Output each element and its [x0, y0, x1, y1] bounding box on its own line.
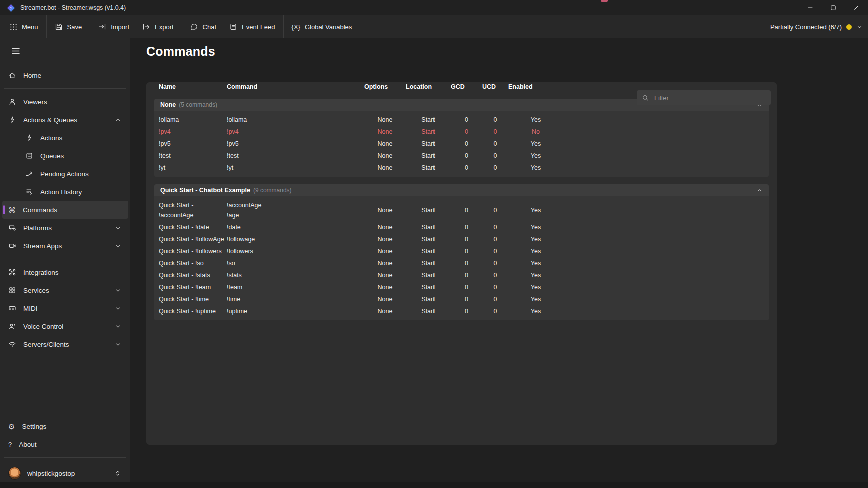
- group-count: (9 commands): [253, 187, 292, 194]
- command-row-quick-start-followers[interactable]: Quick Start - !followers!followersNoneSt…: [154, 245, 769, 257]
- actions-queues-icon: [8, 116, 16, 124]
- cell-command: !time: [227, 294, 364, 304]
- toolbar-button-event-feed[interactable]: Event Feed: [223, 15, 282, 38]
- cell-command: !test: [227, 151, 364, 161]
- sidebar-item-platforms[interactable]: Platforms: [2, 219, 128, 237]
- command-row-pv4[interactable]: !pv4!pv4NoneStart00No: [154, 126, 769, 138]
- cell-command: !pv4: [227, 127, 364, 137]
- filter-input[interactable]: [653, 94, 766, 102]
- save-icon: [55, 23, 63, 31]
- toolbar: MenuSaveImportExportChatEvent Feed{X}Glo…: [0, 15, 868, 38]
- sidebar-item-label: Pending Actions: [40, 170, 89, 178]
- cell-name: Quick Start - !followAge: [159, 234, 227, 244]
- close-button[interactable]: [845, 0, 868, 15]
- sidebar-item-midi[interactable]: MIDI: [2, 299, 128, 317]
- cell-enabled: Yes: [508, 234, 563, 244]
- sidebar-item-about[interactable]: ?About: [2, 435, 128, 453]
- commands-icon: ⌘: [8, 206, 16, 214]
- command-group-none: None(5 commands)!ollama!ollamaNoneStart0…: [154, 99, 769, 177]
- cell-options: None: [364, 115, 406, 125]
- toolbar-button-label: Global Variables: [305, 23, 352, 31]
- background-window-sliver: [601, 0, 608, 2]
- cell-gcd: 0: [451, 270, 482, 280]
- command-row-quick-start-uptime[interactable]: Quick Start - !uptime!uptimeNoneStart00Y…: [154, 305, 769, 317]
- chevron-down-icon: [115, 341, 121, 348]
- command-row-quick-start-so[interactable]: Quick Start - !so!soNoneStart00Yes: [154, 257, 769, 269]
- cell-name: Quick Start - !date: [159, 222, 227, 232]
- search-icon: [642, 94, 649, 102]
- maximize-button[interactable]: [822, 0, 845, 15]
- toolbar-button-label: Menu: [22, 23, 38, 31]
- command-row-yt[interactable]: !yt!ytNoneStart00Yes: [154, 162, 769, 174]
- sidebar-item-stream-apps[interactable]: Stream Apps: [2, 237, 128, 255]
- cell-ucd: 0: [482, 306, 508, 316]
- toolbar-divider: [283, 15, 284, 38]
- action-history-icon: [25, 188, 33, 196]
- sidebar-item-services[interactable]: Services: [2, 281, 128, 299]
- cell-options: None: [364, 139, 406, 149]
- divider: [4, 88, 126, 89]
- command-row-pv5[interactable]: !pv5!pv5NoneStart00Yes: [154, 138, 769, 150]
- cell-name: Quick Start - !so: [159, 258, 227, 268]
- minimize-button[interactable]: [799, 0, 822, 15]
- toolbar-button-import[interactable]: Import: [92, 15, 136, 38]
- sidebar-item-home[interactable]: Home: [2, 66, 128, 84]
- cell-enabled: Yes: [508, 306, 563, 316]
- divider: [4, 457, 126, 458]
- cell-command: !yt: [227, 163, 364, 173]
- toolbar-button-export[interactable]: Export: [136, 15, 180, 38]
- cell-command: !team: [227, 282, 364, 292]
- group-header-quick-start-chatbot-example[interactable]: Quick Start - Chatbot Example(9 commands…: [154, 184, 769, 196]
- chevron-down-icon: [856, 24, 863, 30]
- toolbar-button-label: Save: [67, 23, 82, 31]
- sidebar-item-viewers[interactable]: Viewers: [2, 93, 128, 111]
- app-logo-icon: [7, 4, 15, 12]
- selected-accent-bar: [3, 205, 5, 214]
- command-row-quick-start-date[interactable]: Quick Start - !date!dateNoneStart00Yes: [154, 221, 769, 233]
- cell-location: Start: [406, 151, 451, 161]
- group-rows: !ollama!ollamaNoneStart00Yes!pv4!pv4None…: [154, 111, 769, 177]
- cell-name: Quick Start - !team: [159, 282, 227, 292]
- sidebar-item-action-history[interactable]: Action History: [2, 183, 128, 201]
- cell-name: !pv4: [159, 127, 227, 137]
- command-row-quick-start-followage[interactable]: Quick Start - !followAge!followageNoneSt…: [154, 233, 769, 245]
- sidebar-item-label: Commands: [23, 206, 57, 214]
- group-name: None: [160, 101, 176, 108]
- sidebar: HomeViewersActions & QueuesActionsQueues…: [0, 38, 130, 488]
- sidebar-toggle-button[interactable]: [7, 45, 24, 58]
- command-row-quick-start-time[interactable]: Quick Start - !time!timeNoneStart00Yes: [154, 293, 769, 305]
- sidebar-item-voice-control[interactable]: Voice Control: [2, 317, 128, 335]
- command-row-quick-start-stats[interactable]: Quick Start - !stats!statsNoneStart00Yes: [154, 269, 769, 281]
- sidebar-item-pending-actions[interactable]: Pending Actions: [2, 165, 128, 183]
- sidebar-item-actions-queues[interactable]: Actions & Queues: [2, 111, 128, 129]
- command-row-ollama[interactable]: !ollama!ollamaNoneStart00Yes: [154, 114, 769, 126]
- command-row-quick-start-accountage[interactable]: Quick Start - !accountAge!accountAge!age…: [154, 199, 769, 221]
- toolbar-button-chat[interactable]: Chat: [184, 15, 223, 38]
- sidebar-item-servers-clients[interactable]: Servers/Clients: [2, 335, 128, 353]
- toolbar-button-menu[interactable]: Menu: [3, 15, 45, 38]
- command-group-quick-start-chatbot-example: Quick Start - Chatbot Example(9 commands…: [154, 184, 769, 320]
- connection-status[interactable]: Partially Connected (6/7): [770, 23, 863, 31]
- sidebar-item-commands[interactable]: ⌘Commands: [2, 201, 128, 219]
- cell-enabled: Yes: [508, 222, 563, 232]
- cell-enabled: Yes: [508, 294, 563, 304]
- actions-icon: [25, 134, 33, 142]
- toolbar-button-global-variables[interactable]: {X}Global Variables: [285, 15, 359, 38]
- sidebar-item-settings[interactable]: ⚙Settings: [2, 417, 128, 435]
- sidebar-item-queues[interactable]: Queues: [2, 147, 128, 165]
- integrations-icon: [8, 268, 16, 276]
- column-header-command: Command: [227, 82, 364, 91]
- sidebar-item-integrations[interactable]: Integrations: [2, 263, 128, 281]
- sidebar-item-label: Queues: [40, 152, 64, 160]
- sidebar-item-actions[interactable]: Actions: [2, 129, 128, 147]
- toolbar-button-save[interactable]: Save: [48, 15, 89, 38]
- command-groups: None(5 commands)!ollama!ollamaNoneStart0…: [146, 99, 777, 320]
- toolbar-divider: [90, 15, 90, 38]
- toolbar-button-label: Import: [111, 23, 129, 31]
- group-rows: Quick Start - !accountAge!accountAge!age…: [154, 196, 769, 320]
- command-row-test[interactable]: !test!testNoneStart00Yes: [154, 150, 769, 162]
- global-variables-icon: {X}: [292, 24, 300, 30]
- toolbar-divider: [182, 15, 182, 38]
- command-row-quick-start-team[interactable]: Quick Start - !team!teamNoneStart00Yes: [154, 281, 769, 293]
- cell-name: Quick Start - !stats: [159, 270, 227, 280]
